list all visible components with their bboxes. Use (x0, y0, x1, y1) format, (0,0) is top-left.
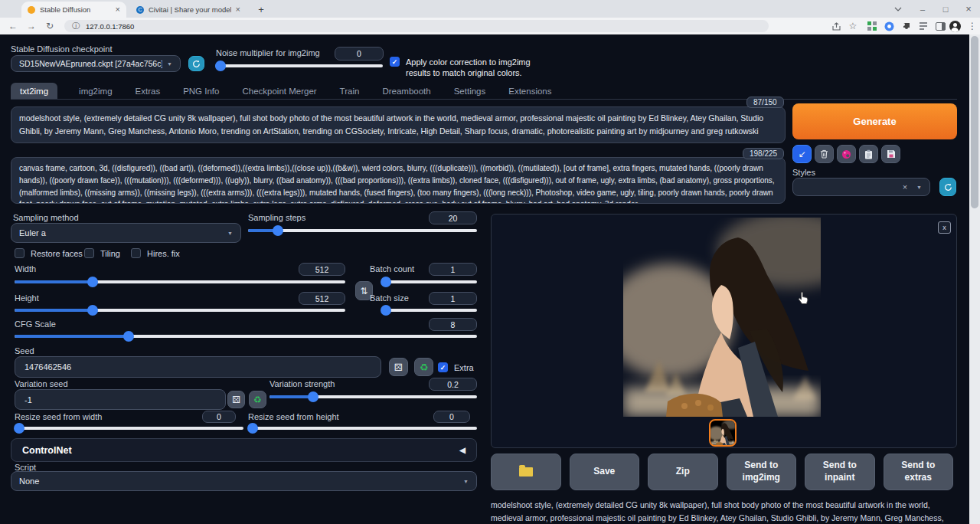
apply-styles-button[interactable] (859, 145, 878, 163)
save-button[interactable]: Save (570, 454, 640, 490)
tab-txt2img[interactable]: txt2img (11, 83, 57, 100)
reuse-variation-seed-button[interactable]: ♻ (249, 391, 266, 408)
chevron-down-icon: ▼ (227, 231, 233, 236)
generated-image[interactable] (623, 218, 821, 417)
browser-tab-civitai[interactable]: C Civitai | Share your models × (130, 2, 247, 18)
extra-networks-button[interactable] (837, 145, 856, 163)
url-input[interactable] (84, 21, 761, 31)
send-to-img2img-button[interactable]: Send to img2img (727, 454, 797, 490)
window-close-button[interactable]: × (957, 0, 980, 18)
window-minimize-button[interactable]: – (911, 0, 934, 18)
reuse-seed-button[interactable]: ♻ (414, 358, 433, 376)
styles-dropdown[interactable]: × ▼ (792, 178, 930, 196)
reading-list-icon[interactable] (916, 19, 930, 33)
resize-seed-width-slider[interactable] (15, 423, 243, 434)
tab-dreambooth[interactable]: Dreambooth (381, 83, 432, 100)
hires-fix-option[interactable]: Hires. fix (131, 248, 180, 258)
variation-seed-input[interactable] (15, 389, 226, 410)
checkbox-icon[interactable] (131, 248, 141, 258)
address-bar[interactable]: ⓘ (64, 20, 769, 32)
folder-icon (519, 467, 533, 477)
noise-multiplier-value[interactable] (335, 47, 384, 61)
batch-size-value[interactable] (429, 292, 477, 305)
forward-icon[interactable]: → (24, 19, 38, 33)
save-style-button[interactable] (881, 145, 900, 163)
script-dropdown[interactable]: None ▼ (11, 471, 477, 491)
batch-size-slider[interactable] (383, 305, 477, 316)
checkbox-checked-icon[interactable]: ✓ (438, 362, 448, 372)
resize-seed-width-value[interactable] (202, 411, 236, 423)
civitai-favicon: C (136, 6, 144, 14)
bookmark-star-icon[interactable]: ☆ (846, 19, 860, 33)
site-info-icon[interactable]: ⓘ (72, 21, 80, 31)
prompt-input[interactable]: modelshoot style, (extremely detailed CG… (11, 107, 785, 142)
extensions-puzzle-icon[interactable] (900, 19, 913, 33)
tab-png-info[interactable]: PNG Info (181, 83, 220, 100)
browser-tab-stable-diffusion[interactable]: Stable Diffusion × (21, 2, 126, 18)
checkpoint-refresh-button[interactable] (188, 56, 204, 71)
kebab-menu-icon[interactable]: ⋮ (965, 19, 979, 33)
window-restore-button[interactable]: □ (934, 0, 957, 18)
styles-label: Styles (792, 168, 815, 177)
seed-input[interactable] (15, 356, 381, 378)
noise-multiplier-slider[interactable] (215, 61, 383, 71)
extension-blue-icon[interactable] (882, 19, 896, 33)
width-slider[interactable] (15, 277, 345, 287)
checkbox-checked-icon[interactable]: ✓ (390, 57, 400, 67)
checkbox-icon[interactable] (15, 248, 24, 258)
controlnet-accordion[interactable]: ControlNet ◀ (11, 438, 477, 462)
tiling-option[interactable]: Tiling (84, 248, 120, 258)
tab-checkpoint-merger[interactable]: Checkpoint Merger (240, 83, 318, 100)
new-tab-button[interactable]: + (255, 3, 267, 15)
tab-close-icon[interactable]: × (236, 5, 240, 14)
clear-styles-icon[interactable]: × (903, 182, 907, 192)
sampling-steps-value[interactable] (429, 211, 477, 224)
width-label: Width (15, 264, 36, 273)
variation-strength-slider[interactable] (270, 391, 477, 402)
generate-button[interactable]: Generate (792, 103, 957, 139)
checkpoint-dropdown[interactable]: SD15NewVAEpruned.ckpt [27a4ac756c] ▼ (11, 55, 181, 72)
resize-seed-height-value[interactable] (433, 411, 470, 423)
batch-count-value[interactable] (429, 263, 477, 276)
resize-seed-height-slider[interactable] (248, 423, 477, 434)
side-panel-icon[interactable] (933, 19, 947, 33)
open-folder-button[interactable] (491, 454, 561, 490)
cfg-scale-slider[interactable] (15, 331, 477, 342)
random-seed-button[interactable]: ⚄ (389, 358, 408, 376)
send-to-extras-button[interactable]: Send to extras (884, 454, 954, 490)
width-value[interactable] (299, 263, 345, 276)
tab-train[interactable]: Train (338, 83, 361, 100)
share-icon[interactable] (829, 19, 843, 33)
profile-avatar[interactable] (948, 19, 962, 33)
height-slider[interactable] (15, 305, 345, 316)
color-correction-option[interactable]: ✓ Apply color correction to img2img resu… (390, 57, 543, 78)
sampling-steps-slider[interactable] (248, 225, 477, 236)
tab-settings[interactable]: Settings (452, 83, 488, 100)
window-chevron-icon[interactable] (887, 0, 910, 18)
random-variation-seed-button[interactable]: ⚄ (227, 391, 245, 408)
extension-grid-icon[interactable] (865, 19, 879, 33)
tab-extras[interactable]: Extras (134, 83, 162, 100)
gallery-thumbnail[interactable] (709, 419, 737, 447)
tab-close-icon[interactable]: × (116, 5, 120, 14)
send-to-inpaint-button[interactable]: Send to inpaint (805, 454, 875, 490)
paste-parameters-button[interactable]: ↙ (792, 145, 812, 163)
close-preview-button[interactable]: x (938, 221, 951, 234)
batch-count-slider[interactable] (383, 277, 477, 287)
styles-refresh-button[interactable] (939, 178, 956, 196)
checkbox-icon[interactable] (84, 248, 94, 258)
tab-extensions[interactable]: Extensions (507, 83, 553, 100)
back-icon[interactable]: ← (6, 19, 20, 33)
sampling-method-dropdown[interactable]: Euler a ▼ (11, 223, 241, 243)
zip-button[interactable]: Zip (648, 454, 718, 490)
scrollbar-thumb[interactable] (971, 36, 978, 208)
height-value[interactable] (299, 292, 345, 305)
cfg-scale-value[interactable] (429, 318, 477, 331)
variation-strength-value[interactable] (429, 378, 477, 391)
tab-img2img[interactable]: img2img (77, 83, 113, 100)
extra-seed-option[interactable]: ✓ Extra (438, 362, 474, 372)
negative-prompt-input[interactable]: canvas frame, cartoon, 3d, ((disfigured)… (11, 158, 785, 203)
restore-faces-option[interactable]: Restore faces (15, 248, 83, 258)
reload-icon[interactable]: ↻ (43, 19, 57, 33)
clear-prompt-button[interactable] (815, 145, 834, 163)
